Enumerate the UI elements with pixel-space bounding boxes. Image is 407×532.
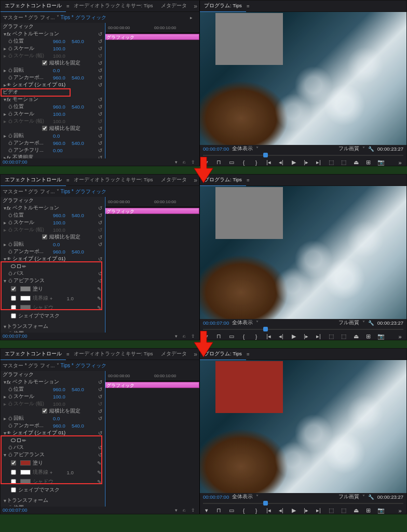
program-monitor[interactable]: [200, 186, 406, 319]
reset-icon[interactable]: ↺: [98, 111, 102, 117]
in-out-insert-icon[interactable]: ⊓: [215, 159, 222, 166]
step-back-icon[interactable]: ◂|: [278, 507, 284, 514]
shape-preview[interactable]: [215, 361, 283, 413]
stroke-checkbox[interactable]: [11, 470, 16, 475]
prop-position[interactable]: 位置: [13, 38, 53, 45]
val-pos-x[interactable]: 960.0: [53, 212, 72, 218]
lock-aspect-checkbox[interactable]: [42, 408, 47, 414]
val-rotation[interactable]: 0.0: [53, 133, 72, 139]
reset-icon[interactable]: ↺: [98, 242, 102, 247]
extract-icon[interactable]: ⬚: [340, 333, 347, 340]
fx-shape[interactable]: シェイプ (シェイプ 01): [12, 430, 65, 436]
comparison-icon[interactable]: ⊞: [365, 333, 372, 340]
button-editor-icon[interactable]: »: [397, 334, 403, 340]
disclosure-icon[interactable]: ▾: [3, 498, 7, 503]
prop-rotation[interactable]: 回転: [13, 241, 53, 248]
prop-scale[interactable]: スケール: [13, 45, 53, 52]
val-tpos-y[interactable]: 82.6: [72, 505, 90, 507]
val-antiflicker[interactable]: 0.00: [53, 148, 72, 153]
disclosure-icon[interactable]: ▾: [3, 430, 7, 436]
chevron-down-icon[interactable]: ˅: [362, 320, 365, 326]
play-icon[interactable]: ▶: [290, 333, 297, 340]
disclosure-icon[interactable]: ▸: [3, 416, 7, 421]
step-forward-icon[interactable]: |▸: [303, 159, 309, 166]
val-pos-y[interactable]: 540.0: [72, 104, 90, 110]
export-frame-icon[interactable]: ⏏: [352, 159, 359, 166]
disclosure-icon[interactable]: ▸: [3, 46, 7, 51]
prop-scale[interactable]: スケール: [13, 393, 53, 400]
in-out-overlay-icon[interactable]: ▭: [228, 159, 235, 166]
camera-icon[interactable]: 📷: [377, 333, 384, 340]
val-rotation[interactable]: 0.0: [53, 416, 72, 421]
program-timecode-current[interactable]: 00:00:07:00: [203, 146, 229, 152]
stroke-width[interactable]: 1.0: [66, 296, 73, 301]
playhead[interactable]: [105, 371, 105, 507]
chevron-down-icon[interactable]: ˅: [256, 146, 259, 152]
playhead[interactable]: [105, 23, 105, 158]
reset-icon[interactable]: ↺: [98, 387, 102, 392]
val-anchor-y[interactable]: 540.0: [72, 75, 90, 81]
program-scrubber[interactable]: [203, 327, 403, 331]
clip-name[interactable]: Tips * グラフィック: [61, 188, 106, 195]
val-anchor-y[interactable]: 540.0: [72, 140, 90, 146]
prop-transform[interactable]: トランスフォーム: [7, 497, 48, 504]
val-rotation[interactable]: 0.0: [53, 242, 72, 247]
prop-transform[interactable]: トランスフォーム: [7, 323, 48, 330]
export-frame-icon[interactable]: ⏏: [352, 507, 359, 514]
play-icon[interactable]: ▶: [290, 507, 297, 514]
reset-icon[interactable]: ↺: [98, 133, 102, 139]
program-timecode-current[interactable]: 00:00:07:00: [203, 320, 229, 326]
current-timecode[interactable]: 00:00:07:00: [3, 159, 28, 165]
val-anchor-y[interactable]: 540.0: [72, 423, 90, 429]
val-anchor-y[interactable]: 540.0: [72, 249, 90, 255]
lift-icon[interactable]: ⬚: [328, 333, 334, 340]
ec-timeline[interactable]: 00:00:08:0000:00:10:00 グラフィック: [104, 371, 199, 507]
lift-icon[interactable]: ⬚: [328, 507, 334, 514]
chevron-down-icon[interactable]: ˅: [362, 494, 365, 500]
tab-metadata[interactable]: メタデータ: [157, 1, 191, 11]
prop-position[interactable]: 位置: [13, 212, 53, 219]
play-icon[interactable]: ▶: [290, 159, 297, 166]
mark-out-icon[interactable]: }: [253, 334, 260, 340]
export-frame-icon[interactable]: ⏏: [352, 333, 359, 340]
eyedropper-icon[interactable]: ✎: [97, 296, 101, 301]
reset-icon[interactable]: ↺: [98, 408, 102, 414]
tab-audio-mixer[interactable]: オーディオトラックミキサー: Tips: [70, 1, 157, 11]
reset-icon[interactable]: ↺: [98, 394, 102, 400]
shape-preview[interactable]: [215, 13, 283, 65]
go-to-out-icon[interactable]: ▸|: [315, 159, 322, 166]
val-pos-x[interactable]: 960.0: [53, 38, 72, 44]
go-to-in-icon[interactable]: |◂: [265, 159, 272, 166]
reset-icon[interactable]: ↺: [98, 379, 102, 385]
eye-icon[interactable]: 👁: [7, 431, 11, 435]
zoom-select[interactable]: 全体表示: [232, 320, 253, 326]
scrub-head[interactable]: [263, 153, 268, 157]
lock-aspect-checkbox[interactable]: [42, 60, 47, 65]
shadow-color-swatch[interactable]: [20, 479, 31, 484]
step-back-icon[interactable]: ◂|: [278, 159, 284, 166]
timeline-clip[interactable]: グラフィック: [105, 208, 199, 214]
disclosure-icon[interactable]: ▸: [3, 242, 7, 247]
reset-icon[interactable]: ↺: [98, 60, 102, 66]
prop-anchor[interactable]: アンカーポ...: [13, 248, 53, 255]
prop-antiflicker[interactable]: アンチフリ...: [13, 147, 53, 154]
ellipse-mask-icon[interactable]: [11, 264, 16, 268]
fx-motion[interactable]: モーション: [12, 96, 38, 103]
val-tpos-y[interactable]: 82.6: [72, 331, 90, 333]
prop-position[interactable]: 位置: [13, 103, 53, 110]
program-scrubber[interactable]: [203, 153, 403, 157]
lock-aspect-checkbox[interactable]: [42, 234, 47, 240]
prop-rotation[interactable]: 回転: [13, 67, 53, 74]
shape-mask-checkbox[interactable]: [11, 313, 16, 318]
stroke-color-swatch[interactable]: [20, 296, 31, 301]
val-pos-y[interactable]: 540.0: [72, 212, 90, 218]
camera-icon[interactable]: 📷: [377, 507, 384, 514]
reset-icon[interactable]: ↺: [98, 104, 102, 110]
button-editor-icon[interactable]: »: [397, 508, 403, 514]
chevron-down-icon[interactable]: ˅: [362, 146, 365, 152]
clip-name[interactable]: Tips * グラフィック: [61, 362, 106, 369]
step-back-icon[interactable]: ◂|: [278, 333, 284, 340]
prop-scale[interactable]: スケール: [13, 111, 53, 117]
stroke-checkbox[interactable]: [11, 296, 16, 301]
tab-effect-controls[interactable]: エフェクトコントロール: [1, 1, 66, 12]
